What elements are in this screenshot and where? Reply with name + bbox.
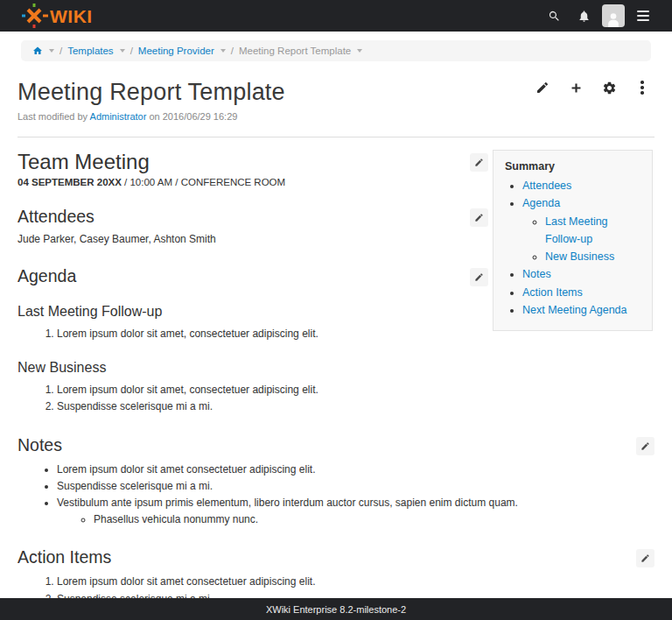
agenda-heading: Agenda: [18, 266, 76, 286]
action-items-heading-row: Action Items: [18, 528, 654, 567]
edit-section-button[interactable]: [470, 268, 488, 286]
top-navbar: WIKI: [0, 0, 672, 32]
hamburger-icon: [637, 11, 649, 21]
edit-section-button[interactable]: [470, 208, 488, 227]
list-item: Notes: [522, 265, 645, 283]
page-header: Meeting Report Template Last modified by…: [0, 61, 672, 122]
person-icon: [605, 10, 622, 27]
plus-icon: [569, 81, 584, 95]
brand-text: WIKI: [50, 7, 93, 25]
list-item: Suspendisse scelerisque mi a mi.: [57, 398, 654, 415]
edit-page-button[interactable]: [532, 77, 553, 98]
toc-link-new-business[interactable]: New Business: [545, 250, 614, 263]
breadcrumb-caret-icon[interactable]: [220, 49, 226, 53]
edit-section-button[interactable]: [470, 153, 488, 172]
notes-sublist: Phasellus vehicula nonummy nunc.: [57, 511, 654, 528]
list-item: Last Meeting Follow-up: [545, 213, 645, 249]
doc-title: Team Meeting: [18, 150, 150, 174]
breadcrumb-container: / Templates / Meeting Provider / Meeting…: [0, 32, 672, 61]
doc-title-row: Team Meeting: [18, 137, 488, 174]
xwiki-x-logo-icon: [21, 3, 49, 29]
pencil-icon: [640, 553, 650, 563]
modified-connector: on: [149, 111, 159, 122]
avatar: [602, 4, 625, 27]
home-icon: [32, 46, 43, 56]
list-item: Lorem ipsum dolor sit amet consectetuer …: [57, 574, 654, 590]
pencil-icon: [536, 81, 550, 95]
breadcrumb-caret-icon[interactable]: [120, 49, 125, 53]
toc-link-notes[interactable]: Notes: [522, 268, 551, 280]
notes-heading: Notes: [18, 435, 62, 455]
edit-section-button[interactable]: [636, 437, 654, 455]
meeting-date: 04 SEPTEMBER 20XX: [18, 177, 122, 187]
create-page-button[interactable]: [565, 77, 586, 98]
summary-sublist: Last Meeting Follow-up New Business: [545, 213, 645, 266]
kebab-vertical-icon: [640, 81, 644, 95]
last-modified-line: Last modified by Administrator on 2016/0…: [18, 111, 654, 122]
home-crumb-caret-icon[interactable]: [49, 49, 54, 53]
xwiki-page: WIKI: [0, 0, 672, 620]
new-business-heading: New Business: [18, 360, 654, 376]
list-item: Next Meeting Agenda: [522, 301, 645, 319]
breadcrumb-separator: /: [130, 46, 133, 56]
notes-heading-row: Notes: [18, 416, 654, 455]
summary-list: Attendees Agenda Last Meeting Follow-up …: [522, 177, 645, 319]
summary-title: Summary: [505, 160, 645, 173]
search-icon: [548, 10, 561, 23]
list-item: New Business: [545, 248, 645, 265]
list-item: Attendees: [522, 177, 645, 194]
breadcrumb-item-meeting-provider[interactable]: Meeting Provider: [138, 46, 214, 56]
pencil-icon: [474, 272, 484, 282]
meeting-time-location: / 10:00 AM / CONFERENCE ROOM: [122, 177, 285, 187]
xwiki-logo[interactable]: WIKI: [21, 3, 93, 29]
breadcrumb-separator: /: [60, 46, 62, 56]
version-text: XWiki Enterprise 8.2-milestone-2: [266, 604, 406, 615]
navbar-actions: [539, 3, 658, 29]
breadcrumb-separator: /: [231, 46, 234, 56]
edit-section-button[interactable]: [636, 549, 654, 567]
list-item: Agenda Last Meeting Follow-up New Busine…: [522, 194, 645, 265]
attendees-heading-row: Attendees: [18, 187, 488, 227]
note-text: Vestibulum ante ipsum primis elementum, …: [57, 497, 518, 509]
agenda-heading-row: Agenda: [18, 247, 488, 286]
toc-link-action-items[interactable]: Action Items: [522, 286, 583, 299]
bell-icon: [578, 10, 591, 23]
toc-link-next-meeting[interactable]: Next Meeting Agenda: [522, 304, 627, 316]
pencil-icon: [640, 441, 650, 451]
breadcrumb: / Templates / Meeting Provider / Meeting…: [21, 40, 651, 61]
home-crumb[interactable]: [32, 46, 43, 56]
modified-datetime: 2016/06/29 16:29: [163, 111, 238, 122]
version-bar: XWiki Enterprise 8.2-milestone-2: [0, 598, 672, 620]
list-item: Phasellus vehicula nonummy nunc.: [94, 511, 654, 528]
modified-prefix: Last modified by: [18, 111, 88, 122]
pencil-icon: [474, 158, 484, 167]
list-item: Action Items: [522, 284, 645, 301]
breadcrumb-item-current: Meeting Report Template: [239, 46, 351, 56]
list-item: Lorem ipsum dolor sit amet consectetuer …: [57, 461, 654, 478]
breadcrumb-item-templates[interactable]: Templates: [67, 46, 113, 56]
search-button[interactable]: [539, 3, 569, 29]
list-item: Suspendisse scelerisque mi a mi.: [57, 478, 654, 495]
user-menu-button[interactable]: [598, 3, 628, 29]
notes-list: Lorem ipsum dolor sit amet consectetuer …: [18, 461, 654, 529]
modified-user-link[interactable]: Administrator: [90, 111, 147, 122]
toc-link-agenda[interactable]: Agenda: [522, 197, 560, 209]
more-actions-button[interactable]: [632, 77, 653, 98]
summary-panel: Summary Attendees Agenda Last Meeting Fo…: [493, 150, 653, 331]
pencil-icon: [474, 213, 484, 222]
list-item: Lorem ipsum dolor sit amet, consectetuer…: [57, 382, 654, 398]
action-items-heading: Action Items: [18, 547, 111, 567]
toc-link-attendees[interactable]: Attendees: [522, 180, 571, 192]
drawer-menu-button[interactable]: [628, 3, 658, 29]
toc-link-last-meeting[interactable]: Last Meeting Follow-up: [545, 215, 608, 245]
attendees-heading: Attendees: [18, 207, 94, 227]
settings-button[interactable]: [598, 77, 620, 98]
list-item: Vestibulum ante ipsum primis elementum, …: [57, 495, 654, 528]
document-content: Summary Attendees Agenda Last Meeting Fo…: [0, 137, 672, 620]
notifications-button[interactable]: [569, 3, 598, 29]
new-business-list: Lorem ipsum dolor sit amet, consectetuer…: [18, 382, 654, 415]
page-actions: [532, 77, 653, 98]
gear-icon: [602, 81, 617, 95]
breadcrumb-caret-icon[interactable]: [357, 49, 362, 53]
